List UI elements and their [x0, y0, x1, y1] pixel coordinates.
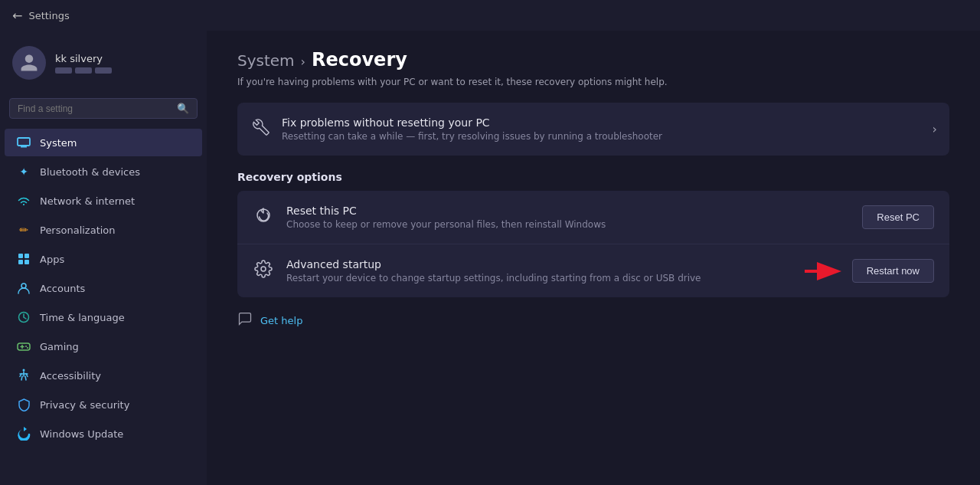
sidebar: kk silvery 🔍 [0, 31, 207, 485]
advanced-startup-text: Advanced startup Restart your device to … [286, 258, 792, 283]
network-icon [17, 194, 31, 208]
apps-icon [17, 252, 31, 266]
page-header: System › Recovery [237, 49, 949, 70]
page-subtitle: If you're having problems with your PC o… [237, 77, 949, 87]
fix-card-inner: Fix problems without resetting your PC R… [237, 103, 933, 156]
advanced-startup-title: Advanced startup [286, 258, 792, 270]
nav-item-network[interactable]: Network & internet [5, 187, 202, 215]
reset-pc-button[interactable]: Reset PC [862, 205, 934, 229]
nav-item-personalization[interactable]: ✏ Personalization [5, 216, 202, 244]
get-help-label: Get help [260, 315, 302, 326]
get-help-section[interactable]: Get help [237, 297, 949, 343]
svg-rect-2 [22, 146, 25, 146]
content-area: System › Recovery If you're having probl… [207, 31, 980, 485]
section-title: Recovery options [237, 171, 949, 183]
nav-label-accounts: Accounts [40, 283, 85, 294]
nav-label-personalization: Personalization [40, 224, 116, 236]
reset-pc-text: Reset this PC Choose to keep or remove y… [286, 205, 850, 230]
page-title: Recovery [312, 49, 407, 70]
user-info: kk silvery [55, 53, 112, 74]
svg-rect-0 [18, 138, 30, 146]
nav-item-apps[interactable]: Apps [5, 245, 202, 273]
svg-rect-1 [21, 146, 27, 148]
back-button[interactable]: ← [12, 8, 22, 23]
accounts-icon [17, 281, 31, 295]
reset-pc-option: Reset this PC Choose to keep or remove y… [237, 191, 949, 244]
svg-rect-6 [24, 260, 29, 264]
svg-point-14 [261, 267, 266, 271]
fix-card-chevron-icon: › [933, 122, 949, 136]
user-profile[interactable]: kk silvery [0, 37, 207, 89]
dot-1 [55, 67, 72, 74]
fix-card-icon [253, 119, 270, 139]
reset-pc-icon [253, 206, 274, 228]
fix-card-title: Fix problems without resetting your PC [282, 116, 662, 129]
user-status-dots [55, 67, 112, 74]
advanced-startup-description: Restart your device to change startup se… [286, 273, 792, 283]
nav-label-bluetooth: Bluetooth & devices [40, 166, 140, 178]
nav-item-bluetooth[interactable]: ✦ Bluetooth & devices [5, 158, 202, 185]
nav-item-accessibility[interactable]: Accessibility [5, 362, 202, 389]
breadcrumb-system: System [237, 51, 295, 70]
nav-item-time[interactable]: Time & language [5, 303, 202, 331]
red-arrow-icon [805, 260, 843, 283]
advanced-startup-option: Advanced startup Restart your device to … [237, 244, 949, 297]
fix-card-description: Resetting can take a while — first, try … [282, 131, 662, 142]
reset-pc-actions: Reset PC [862, 205, 934, 229]
nav-label-privacy: Privacy & security [40, 399, 129, 411]
nav-item-system[interactable]: System [5, 129, 202, 156]
breadcrumb-separator: › [301, 54, 305, 69]
system-icon [17, 136, 31, 149]
search-container: 🔍 [0, 95, 207, 122]
restart-now-button[interactable]: Restart now [852, 259, 934, 283]
nav-label-accessibility: Accessibility [40, 370, 101, 382]
nav-item-privacy[interactable]: Privacy & security [5, 391, 202, 418]
nav-item-accounts[interactable]: Accounts [5, 274, 202, 302]
nav-label-network: Network & internet [40, 195, 135, 207]
get-help-icon [237, 311, 253, 329]
titlebar: ← Settings [0, 0, 980, 31]
app-title: Settings [28, 10, 69, 21]
privacy-icon [17, 398, 31, 411]
search-input[interactable] [18, 103, 171, 114]
reset-pc-title: Reset this PC [286, 205, 850, 217]
personalization-icon: ✏ [17, 223, 31, 237]
user-name: kk silvery [55, 53, 112, 64]
svg-rect-5 [18, 260, 23, 264]
dot-2 [75, 67, 92, 74]
avatar [12, 46, 46, 80]
bluetooth-icon: ✦ [17, 165, 31, 179]
svg-point-10 [25, 346, 27, 347]
recovery-options-list: Reset this PC Choose to keep or remove y… [237, 191, 949, 297]
nav-label-update: Windows Update [40, 428, 123, 440]
fix-card-text: Fix problems without resetting your PC R… [282, 116, 662, 142]
nav-item-gaming[interactable]: Gaming [5, 333, 202, 360]
svg-rect-3 [18, 254, 23, 258]
nav-item-update[interactable]: Windows Update [5, 420, 202, 447]
nav-label-system: System [40, 137, 77, 149]
accessibility-icon [17, 369, 31, 382]
reset-pc-description: Choose to keep or remove your personal f… [286, 219, 850, 230]
dot-3 [95, 67, 112, 74]
time-icon [17, 310, 31, 324]
update-icon [17, 427, 31, 441]
advanced-startup-actions: Restart now [805, 259, 934, 283]
svg-point-12 [23, 369, 25, 372]
fix-problems-card[interactable]: Fix problems without resetting your PC R… [237, 103, 949, 156]
nav-label-time: Time & language [40, 312, 125, 323]
nav-label-apps: Apps [40, 254, 64, 265]
gaming-icon [17, 339, 31, 353]
svg-point-11 [27, 347, 28, 349]
svg-point-7 [21, 283, 26, 288]
advanced-startup-icon [253, 260, 274, 282]
arrow-indicator [805, 260, 843, 283]
nav-label-gaming: Gaming [40, 341, 79, 352]
search-box[interactable]: 🔍 [9, 98, 198, 119]
user-avatar-icon [19, 53, 39, 73]
svg-rect-4 [24, 254, 29, 258]
main-layout: kk silvery 🔍 [0, 31, 980, 485]
search-icon: 🔍 [177, 103, 189, 114]
